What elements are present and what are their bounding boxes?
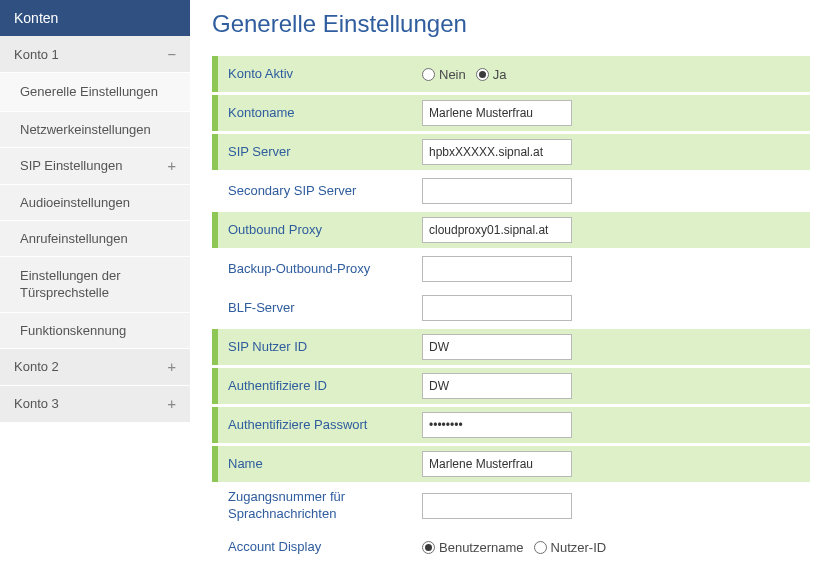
radio-icon [476,68,489,81]
sidebar-item-audioeinstellungen[interactable]: Audioeinstellungen [0,185,190,221]
radio-benutzername[interactable]: Benutzername [422,540,524,555]
label-backup-outbound-proxy: Backup-Outbound-Proxy [222,261,422,278]
label-sip-nutzer-id: SIP Nutzer ID [222,339,422,356]
row-secondary-sip-server: Secondary SIP Server [212,173,810,209]
plus-icon: + [168,158,176,174]
sidebar-item-label: Anrufeinstellungen [20,231,128,246]
label-blf-server: BLF-Server [222,300,422,317]
sidebar-item-tuersprechstelle[interactable]: Einstellungen der Türsprechstelle [0,257,190,313]
row-auth-id: Authentifiziere ID [212,368,810,404]
plus-icon: + [168,396,176,412]
row-backup-outbound-proxy: Backup-Outbound-Proxy [212,251,810,287]
page-title: Generelle Einstellungen [212,10,810,38]
row-kontoname: Kontoname [212,95,810,131]
sidebar-item-konto-2[interactable]: Konto 2 + [0,349,190,386]
label-outbound-proxy: Outbound Proxy [222,222,422,239]
plus-icon: + [168,359,176,375]
input-auth-passwort[interactable] [422,412,572,438]
sidebar-item-anrufeinstellungen[interactable]: Anrufeinstellungen [0,221,190,257]
radio-label: Benutzername [439,540,524,555]
input-secondary-sip-server[interactable] [422,178,572,204]
label-name: Name [222,456,422,473]
sidebar-item-konto-3[interactable]: Konto 3 + [0,386,190,423]
sidebar-item-label: Konto 3 [14,396,59,411]
sidebar-item-netzwerkeinstellungen[interactable]: Netzwerkeinstellungen [0,112,190,148]
sidebar-item-label: SIP Einstellungen [20,158,122,173]
sidebar-item-funktionskennung[interactable]: Funktionskennung [0,313,190,349]
input-blf-server[interactable] [422,295,572,321]
sidebar-item-label: Netzwerkeinstellungen [20,122,151,137]
sidebar-item-label: Einstellungen der Türsprechstelle [20,267,176,302]
radio-nein[interactable]: Nein [422,67,466,82]
input-backup-outbound-proxy[interactable] [422,256,572,282]
row-account-display: Account Display Benutzername Nutzer-ID [212,530,810,566]
row-zugangsnummer: Zugangsnummer für Sprachnachrichten [212,485,810,527]
sidebar: Konten Konto 1 − Generelle Einstellungen… [0,0,190,578]
radio-icon [534,541,547,554]
label-auth-id: Authentifiziere ID [222,378,422,395]
input-outbound-proxy[interactable] [422,217,572,243]
radio-label: Nutzer-ID [551,540,607,555]
label-konto-aktiv: Konto Aktiv [222,66,422,83]
label-sip-server: SIP Server [222,144,422,161]
sidebar-item-label: Audioeinstellungen [20,195,130,210]
input-sip-nutzer-id[interactable] [422,334,572,360]
radio-label: Ja [493,67,507,82]
row-sip-nutzer-id: SIP Nutzer ID [212,329,810,365]
radio-icon [422,68,435,81]
label-secondary-sip-server: Secondary SIP Server [222,183,422,200]
sidebar-header: Konten [0,0,190,36]
label-zugangsnummer: Zugangsnummer für Sprachnachrichten [222,489,422,523]
input-zugangsnummer[interactable] [422,493,572,519]
radio-nutzer-id[interactable]: Nutzer-ID [534,540,607,555]
input-auth-id[interactable] [422,373,572,399]
row-auth-passwort: Authentifiziere Passwort [212,407,810,443]
row-name: Name [212,446,810,482]
row-blf-server: BLF-Server [212,290,810,326]
sidebar-item-sip-einstellungen[interactable]: SIP Einstellungen + [0,148,190,185]
input-name[interactable] [422,451,572,477]
label-account-display: Account Display [222,539,422,556]
input-kontoname[interactable] [422,100,572,126]
sidebar-item-konto-1[interactable]: Konto 1 − [0,36,190,73]
minus-icon: − [168,46,176,62]
input-sip-server[interactable] [422,139,572,165]
row-konto-aktiv: Konto Aktiv Nein Ja [212,56,810,92]
sidebar-item-label: Funktionskennung [20,323,126,338]
row-outbound-proxy: Outbound Proxy [212,212,810,248]
main-content: Generelle Einstellungen Konto Aktiv Nein… [190,0,826,578]
label-auth-passwort: Authentifiziere Passwort [222,417,422,434]
radio-label: Nein [439,67,466,82]
sidebar-item-label: Generelle Einstellungen [20,83,158,101]
row-sip-server: SIP Server [212,134,810,170]
radio-icon [422,541,435,554]
sidebar-item-label: Konto 2 [14,359,59,374]
label-kontoname: Kontoname [222,105,422,122]
sidebar-item-label: Konto 1 [14,47,59,62]
sidebar-item-generelle-einstellungen[interactable]: Generelle Einstellungen [0,73,190,112]
radio-ja[interactable]: Ja [476,67,507,82]
